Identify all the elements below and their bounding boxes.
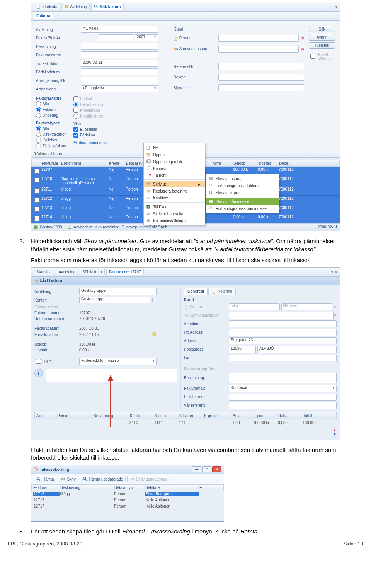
ctx-excel[interactable]: XTill Excel — [144, 203, 205, 210]
row-checkbox[interactable] — [34, 207, 39, 212]
sub-skrivut-kopia[interactable]: Skriv ut kopia — [206, 189, 279, 196]
radio-fs-alla[interactable]: Alla — [36, 101, 69, 106]
hamta-button[interactable]: Hämta — [34, 476, 56, 482]
sub-forhand-paminnelse[interactable]: Förhandsgranska påminnelse — [206, 205, 279, 212]
list-item[interactable]: 12716PersonKalle Aaltonen — [31, 497, 224, 503]
select-bokfar[interactable]: 2007 — [135, 34, 158, 41]
s2-tab-avdelning[interactable]: Avdelning — [56, 269, 78, 275]
ctx-regbet[interactable]: Registrera betalning — [144, 187, 205, 194]
input-beskr[interactable] — [81, 43, 158, 50]
ctx-tabort[interactable]: ✕Ta bort — [144, 172, 205, 179]
s2-select-status[interactable]: Förberedd för inkasso — [79, 358, 157, 365]
svg-point-1 — [65, 5, 68, 8]
s2-input-co[interactable] — [229, 329, 337, 336]
row-checkbox[interactable] — [34, 178, 39, 183]
input-tidfak[interactable]: 2008-02-11 — [81, 60, 158, 67]
s2-tab-notering[interactable]: Notering — [208, 288, 236, 295]
ctx-oppna[interactable]: Öppna — [144, 151, 205, 158]
chk-endast[interactable]: Endast — [73, 96, 110, 101]
avbryt-button[interactable]: Avbryt — [309, 34, 335, 41]
skriv-uppdaterade-button[interactable]: Skriv uppdaterade — [127, 476, 170, 482]
hamta-uppdaterade-button[interactable]: Hämta uppdaterade — [80, 476, 126, 482]
s2-select-mall[interactable]: Kontorsal — [229, 385, 337, 392]
s2-input-zip[interactable]: 12530 — [229, 346, 256, 353]
s2-lbl-besk: Beskrivning: — [184, 376, 226, 380]
clear-person-icon[interactable]: ✕ — [301, 36, 304, 41]
clear-samv-icon[interactable]: ✕ — [301, 47, 304, 51]
chk-forfallna[interactable]: Förfallna — [73, 133, 110, 138]
input-person[interactable] — [218, 35, 299, 42]
s2-person-ln: Hiltunen — [281, 303, 332, 310]
s2-input-adr[interactable]: Storgatan 23 — [229, 337, 337, 344]
row-checkbox[interactable] — [34, 198, 39, 203]
input-belopp[interactable] — [218, 74, 304, 81]
context-menu[interactable]: Ny Öppna Öppna i egen flik Kopiera ✕Ta b… — [143, 143, 205, 225]
s2-input-city[interactable]: ÄLVSJÖ — [257, 346, 337, 353]
radio-ft-tillagg[interactable]: Tilläggsfakturor — [36, 143, 69, 148]
link-markera-paminnelser[interactable]: Markera påminnelser — [73, 141, 110, 145]
tab-sok-faktura[interactable]: Sök faktura — [91, 3, 123, 10]
radio-debet[interactable]: Debetfakturor — [73, 102, 110, 107]
input-arrnr[interactable] — [81, 77, 158, 84]
search-form-right: Kund Person ✕ Samverkanspart ✕ ReferensN… — [174, 26, 304, 92]
input-forfall[interactable] — [81, 68, 158, 75]
s2-tab-sok[interactable]: Sök faktura — [80, 269, 105, 275]
row-checkbox[interactable] — [34, 188, 39, 193]
list-item[interactable]: 12715tilläggPersonStina Berggren — [31, 491, 224, 497]
ctx-skrivut[interactable]: Skriv ut▸ — [144, 181, 205, 187]
chk-krediterade[interactable]: Krediterade — [73, 108, 110, 113]
chk-behall[interactable]: Behåll sökresultat — [309, 53, 335, 61]
dept-link-icon[interactable] — [152, 298, 157, 302]
chk-ejbetalda[interactable]: Ej betalda — [73, 127, 110, 132]
row-checkbox[interactable] — [34, 169, 39, 174]
s2-input-att[interactable] — [229, 320, 337, 327]
subtab-faktura[interactable]: Faktura — [34, 13, 53, 19]
sok-button[interactable]: Sök — [309, 26, 335, 32]
s2-chk-tillfil[interactable]: Till fil — [34, 358, 77, 365]
maximize-button[interactable]: □ — [202, 466, 211, 472]
close-button[interactable]: ✕ — [212, 466, 221, 472]
s2-input-avd[interactable]: Gustavgruppen — [79, 288, 157, 295]
input-faktnr[interactable] — [99, 34, 133, 41]
ctx-oppna-egen[interactable]: Öppna i egen flik — [144, 158, 205, 165]
radio-ft-alla[interactable]: Alla — [36, 126, 69, 131]
input-fakdatum[interactable] — [81, 51, 158, 58]
s2-summary-row[interactable]: 31101111171 1,00100,00 kr 0,00 kr100,00 … — [34, 419, 337, 426]
select-arransv[interactable]: <Ej angivet> — [81, 85, 158, 92]
ctx-kolumn[interactable]: Kolumninställningar — [144, 217, 205, 224]
list-item[interactable]: 12717PersonKalle Aaltonen — [31, 503, 224, 510]
s2-tab-generellt[interactable]: Generellt — [184, 288, 208, 295]
sub-skrivut-paminnelse[interactable]: Skriv ut påminnelse — [206, 198, 279, 205]
s2-input-land[interactable] — [229, 355, 337, 361]
tab-avdelning[interactable]: Avdelning — [61, 3, 90, 10]
context-submenu-skrivut[interactable]: Skriv ut faktura Förhandsgranska faktura… — [206, 174, 279, 213]
radio-ft-kallelser[interactable]: Kallelser — [36, 138, 69, 143]
input-samv[interactable] — [218, 46, 299, 53]
ctx-kreditera[interactable]: Kreditera — [144, 194, 205, 201]
radio-kreditfak[interactable]: Kreditfakturor — [73, 114, 110, 119]
s2-tab-start[interactable]: Startsida — [34, 269, 54, 275]
s2-input-besk[interactable] — [229, 373, 337, 383]
s2-tab-faktura[interactable]: Faktura nr: 12707 — [106, 269, 144, 275]
radio-ft-direkt[interactable]: Direktfakturor — [36, 132, 69, 137]
ctx-listres[interactable]: Skriv ut listresultat — [144, 210, 205, 217]
sub-skrivut-faktura[interactable]: Skriv ut faktura — [206, 175, 279, 182]
skriv-button[interactable]: Skriv — [58, 476, 78, 482]
row-up-icon[interactable]: ▲ — [333, 428, 337, 432]
radio-fs-underlag[interactable]: Underlag — [36, 113, 69, 118]
row-down-icon[interactable]: ▼ — [333, 432, 337, 436]
radio-fs-fakturor[interactable]: Fakturor — [36, 107, 69, 112]
s2-input-kontor[interactable]: Gustavgruppen — [79, 297, 150, 303]
input-refnr[interactable] — [218, 63, 304, 70]
aterstall-button[interactable]: Återställ — [309, 42, 335, 49]
input-signatur[interactable] — [218, 84, 304, 91]
s2-input-varref[interactable] — [229, 402, 337, 409]
ctx-ny[interactable]: Ny — [144, 144, 205, 151]
s2-input-erref[interactable] — [229, 394, 337, 401]
minimize-button[interactable]: — — [192, 466, 201, 472]
ctx-kopiera[interactable]: Kopiera — [144, 165, 205, 172]
row-checkbox[interactable] — [34, 216, 39, 221]
input-avdelning[interactable]: # 1 valda — [81, 26, 158, 33]
sub-forhand-faktura[interactable]: Förhandsgranska faktura — [206, 182, 279, 189]
tab-startsida[interactable]: Startsida — [34, 3, 60, 10]
